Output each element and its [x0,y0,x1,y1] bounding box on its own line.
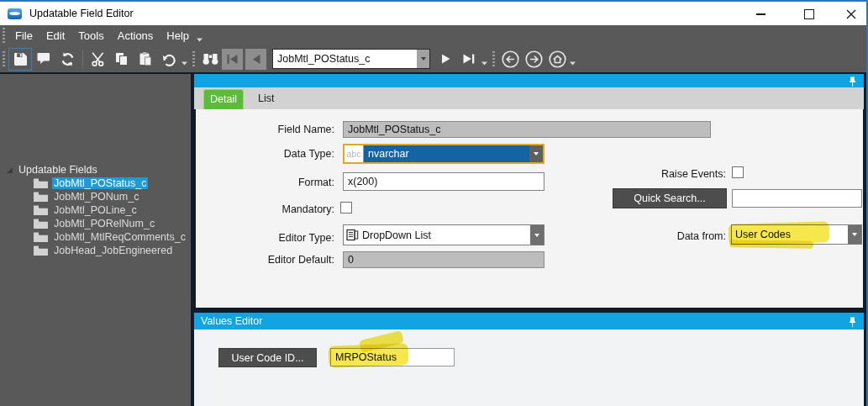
toolbar-grip[interactable] [492,51,495,66]
data-type-label: Data Type: [246,148,334,160]
binoculars-icon [202,53,219,66]
tree-root-updatable-fields[interactable]: Updatable Fields [0,163,191,177]
nav-overflow-chevron-icon[interactable] [570,61,576,66]
copy-icon [114,51,129,67]
tab-detail[interactable]: Detail [203,89,244,109]
data-type-combo[interactable]: abc nvarchar [343,144,544,164]
copy-button[interactable] [110,48,134,71]
find-button[interactable] [198,48,222,71]
next-record-button[interactable] [434,48,457,71]
values-editor-title: Values Editor [201,315,262,327]
next-record-icon [440,53,451,65]
record-overflow-chevron-icon[interactable] [481,61,487,66]
user-code-id-input[interactable]: MRPOStatus [330,348,455,366]
editor-default-label: Editor Default: [246,254,334,266]
editor-type-value: DropDown List [359,229,530,241]
minimize-button[interactable] [750,5,771,24]
toolbar-grip[interactable] [3,51,5,66]
last-record-button[interactable] [457,48,481,71]
values-editor-content: User Code ID... MRPOStatus [194,330,864,406]
navigate-back-button[interactable] [498,48,522,71]
toolbar-grip[interactable] [192,51,195,66]
menu-tools[interactable]: Tools [71,29,110,42]
undo-icon [161,52,177,66]
format-input[interactable]: x(200) [343,172,544,191]
data-from-dropdown-button[interactable] [848,225,861,244]
editor-type-dropdown-button[interactable] [530,225,544,245]
app-icon [8,8,22,19]
raise-events-label: Raise Events: [634,168,726,180]
data-type-dropdown-button[interactable] [529,145,543,162]
tree-expanded-icon [6,166,13,174]
folder-icon [34,178,48,188]
field-name-label: Field Name: [246,124,334,135]
toolbar-separator [82,50,83,68]
tree-root-label: Updatable Fields [18,164,97,176]
tree-item-jobmtl-poline[interactable]: JobMtl_POLine_c [0,203,191,217]
menu-actions[interactable]: Actions [111,29,160,42]
editor-type-combo[interactable]: DropDown List [343,224,544,245]
data-from-label: Data from: [642,230,726,242]
field-name-input: JobMtl_POStatus_c [343,121,711,138]
folder-icon [34,219,48,229]
paste-button[interactable] [134,48,157,71]
first-record-icon [226,54,239,65]
comment-button[interactable] [32,48,55,71]
updatable-fields-panel: Updatable Fields JobMtl_POStatus_c JobMt… [0,74,191,406]
forward-arrow-icon [524,50,544,69]
tab-list[interactable]: List [248,89,284,109]
title-bar: Updatable Field Editor [0,0,868,25]
quick-search-input[interactable] [732,189,862,208]
editor-default-input: 0 [343,251,544,268]
raise-events-checkbox[interactable] [732,166,744,178]
dropdown-list-icon [346,229,359,241]
window-title: Updatable Field Editor [29,8,134,19]
menu-bar: File Edit Tools Actions Help [0,25,868,45]
cut-button[interactable] [87,48,110,71]
last-record-icon [462,53,476,65]
record-selector-dropdown-button[interactable] [417,50,429,68]
toolbar [0,45,868,72]
refresh-button[interactable] [55,48,79,71]
navigate-forward-button[interactable] [522,48,545,71]
fields-tree: Updatable Fields JobMtl_POStatus_c JobMt… [0,163,191,257]
previous-record-icon [251,54,261,65]
close-button[interactable] [840,5,862,24]
save-button[interactable] [8,48,32,71]
menu-overflow-chevron-icon[interactable] [197,38,203,42]
user-code-id-button[interactable]: User Code ID... [218,348,317,367]
values-editor-header: Values Editor [194,313,864,330]
tree-item-jobmtl-postatus[interactable]: JobMtl_POStatus_c [0,177,191,190]
home-button[interactable] [545,48,569,71]
refresh-icon [60,51,76,67]
undo-button[interactable] [157,48,181,71]
menu-edit[interactable]: Edit [39,29,71,42]
tree-item-jobhead-jobengineered[interactable]: JobHead_JobEngineered [0,244,191,257]
home-icon [548,50,567,69]
record-selector-input[interactable] [273,53,417,65]
folder-icon [34,245,48,256]
menu-file[interactable]: File [8,29,39,42]
previous-record-button[interactable] [245,49,266,70]
chevron-down-icon [421,57,426,61]
pin-icon [849,76,856,87]
menu-help[interactable]: Help [160,29,196,42]
quick-search-button[interactable]: Quick Search... [613,188,727,208]
back-arrow-icon [501,50,520,69]
main-panel-header [194,74,864,87]
mandatory-checkbox[interactable] [340,202,352,214]
chevron-down-icon [534,234,539,237]
tree-item-jobmtl-ponum[interactable]: JobMtl_PONum_c [0,190,191,203]
data-from-combo[interactable]: User Codes [731,224,862,245]
first-record-button[interactable] [222,49,243,70]
tree-item-jobmtl-porelnum[interactable]: JobMtl_PORelNum_c [0,217,191,230]
undo-overflow-chevron-icon[interactable] [181,61,187,66]
tree-item-jobmtl-mtlreqcomments[interactable]: JobMtl_MtlReqComments_c [0,230,191,244]
updatable-field-editor-window: Updatable Field Editor File Edit Tools A… [0,0,868,406]
maximize-button[interactable] [798,5,820,24]
data-from-value: User Codes [732,229,848,240]
maximize-icon [804,9,814,19]
menubar-grip[interactable] [3,28,5,43]
editor-type-label: Editor Type: [246,232,334,244]
close-icon [846,9,856,19]
